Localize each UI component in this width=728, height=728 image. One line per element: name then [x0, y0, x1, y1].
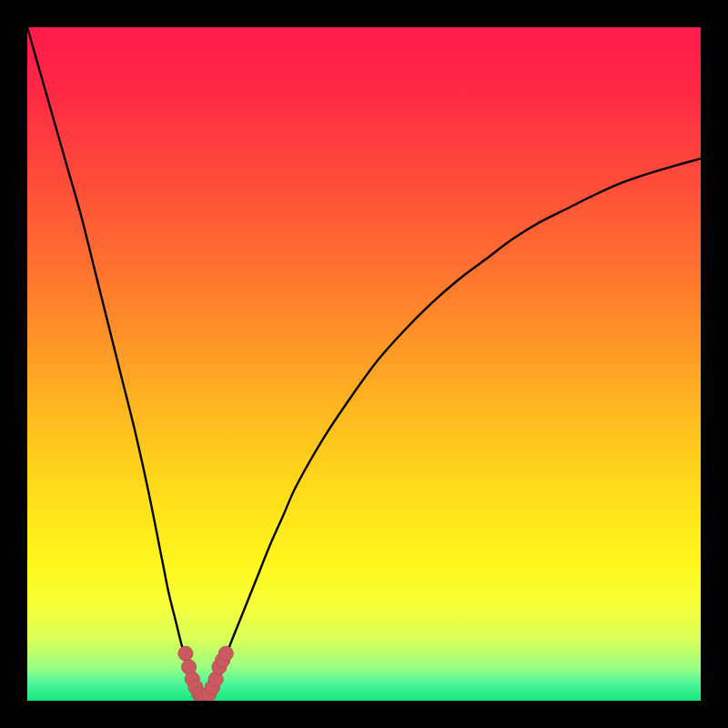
marker-dot [218, 646, 233, 661]
plot-frame: TheBottleneck.com [27, 27, 701, 701]
marker-dot [178, 646, 193, 661]
chart-canvas [27, 27, 701, 701]
gradient-background [27, 27, 701, 701]
